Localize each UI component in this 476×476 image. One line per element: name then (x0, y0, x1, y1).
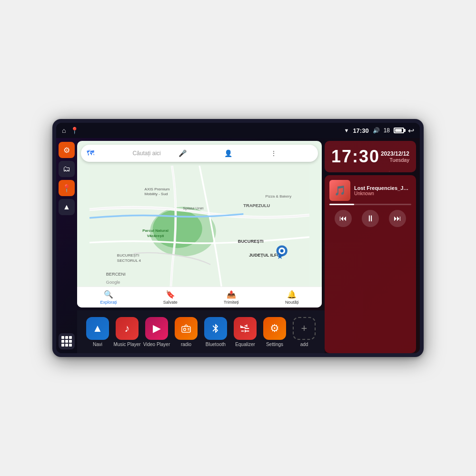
explore-label: Explorați (100, 300, 117, 305)
svg-text:BERCENI: BERCENI (106, 272, 126, 277)
music-thumb-img: 🎵 (334, 185, 346, 196)
music-player-icon: ♪ (116, 317, 139, 340)
app-equalizer[interactable]: Equalizer (231, 317, 259, 347)
sidebar: ⚙ 🗂 📍 ▲ (56, 138, 77, 353)
bluetooth-label: Bluetooth (206, 342, 226, 347)
music-progress-track[interactable] (329, 204, 411, 205)
svg-text:SECTORUL 4: SECTORUL 4 (117, 258, 141, 263)
map-bottom-bar: 🔍 Explorați 🔖 Salvate 📤 Trimiteți � (77, 287, 322, 307)
pause-button[interactable]: ⏸ (362, 210, 379, 227)
saved-icon: 🔖 (166, 290, 175, 299)
google-maps-icon: 🗺 (87, 149, 129, 158)
map-svg: TRAPEZULU Pizza & Bakery Parcul Natural … (77, 166, 322, 287)
sidebar-apps-btn[interactable] (59, 333, 75, 349)
settings-icon: ⚙ (263, 317, 286, 340)
app-dock: ▲ Navi ♪ Music Player ▶ Vid (77, 310, 325, 353)
account-icon[interactable]: 👤 (224, 149, 266, 157)
news-icon: 🔔 (287, 290, 297, 299)
send-icon: 📤 (227, 290, 236, 299)
video-player-label: Video Player (143, 342, 170, 347)
app-music-player[interactable]: ♪ Music Player (113, 317, 141, 347)
volume-icon: 🔊 (373, 127, 380, 134)
music-info: 🎵 Lost Frequencies_Janie... Unknown (329, 180, 411, 201)
map-container[interactable]: 🗺 Căutați aici 🎤 👤 ⋮ (77, 141, 322, 307)
more-icon[interactable]: ⋮ (270, 149, 312, 157)
app-settings[interactable]: ⚙ Settings (260, 317, 289, 347)
device-screen: ⌂ 📍 ▼ 17:30 🔊 18 ↩ ⚙ 🗂 (56, 123, 420, 353)
add-icon: + (293, 317, 316, 340)
app-radio[interactable]: radio (172, 317, 200, 347)
equalizer-icon (234, 317, 257, 340)
music-widget: 🎵 Lost Frequencies_Janie... Unknown ⏮ (325, 175, 416, 353)
device-shell: ⌂ 📍 ▼ 17:30 🔊 18 ↩ ⚙ 🗂 (52, 119, 424, 357)
nav-arrow-icon: ▲ (63, 203, 70, 211)
center-content: 🗺 Căutați aici 🎤 👤 ⋮ (77, 138, 325, 353)
signal-icon: ▼ (344, 128, 349, 133)
clock-widget: 17:30 2023/12/12 Tuesday (325, 141, 416, 172)
settings-label: Settings (266, 342, 283, 347)
send-label: Trimiteți (224, 300, 239, 305)
app-bluetooth[interactable]: Bluetooth (201, 317, 230, 347)
music-details: Lost Frequencies_Janie... Unknown (354, 185, 411, 196)
map-tab-news[interactable]: 🔔 Noutăți (285, 290, 299, 305)
music-artist: Unknown (354, 191, 411, 196)
svg-text:★: ★ (277, 252, 283, 260)
svg-text:Văcărești: Văcărești (147, 234, 164, 238)
svg-text:BUCUREȘTI: BUCUREȘTI (117, 253, 139, 258)
location-pin-icon[interactable]: 📍 (70, 127, 79, 134)
clock-date: 2023/12/12 Tuesday (381, 150, 409, 163)
explore-icon: 🔍 (104, 290, 113, 299)
sidebar-folder-btn[interactable]: 🗂 (59, 161, 75, 177)
bluetooth-icon (204, 317, 227, 340)
sidebar-settings-btn[interactable]: ⚙ (59, 142, 75, 158)
svg-text:Parcul Natural: Parcul Natural (142, 228, 169, 233)
app-video-player[interactable]: ▶ Video Player (142, 317, 171, 347)
battery-icon (394, 128, 404, 133)
clock-time: 17:30 (331, 147, 380, 167)
prev-button[interactable]: ⏮ (335, 210, 352, 227)
svg-text:AXIS Premium: AXIS Premium (145, 187, 170, 191)
music-title: Lost Frequencies_Janie... (354, 185, 411, 191)
pause-icon: ⏸ (366, 214, 375, 224)
add-label: add (300, 342, 308, 347)
map-search-placeholder[interactable]: Căutați aici (132, 150, 174, 157)
map-tab-explore[interactable]: 🔍 Explorați (100, 290, 117, 305)
next-icon: ⏭ (394, 214, 401, 223)
status-right: ▼ 17:30 🔊 18 ↩ (344, 126, 415, 135)
mic-icon[interactable]: 🎤 (178, 149, 220, 157)
next-button[interactable]: ⏭ (389, 210, 406, 227)
svg-text:BUCUREȘTI: BUCUREȘTI (238, 239, 264, 244)
app-navi[interactable]: ▲ Navi (83, 317, 112, 347)
clock-date-main: 2023/12/12 (381, 150, 409, 157)
status-time: 17:30 (353, 127, 368, 134)
music-player-label: Music Player (113, 342, 140, 347)
map-tab-saved[interactable]: 🔖 Salvate (163, 290, 178, 305)
radio-icon (175, 317, 198, 340)
gear-icon: ⚙ (63, 146, 70, 155)
radio-label: radio (181, 342, 191, 347)
status-bar: ⌂ 📍 ▼ 17:30 🔊 18 ↩ (56, 123, 420, 138)
saved-label: Salvate (163, 300, 178, 305)
map-tab-send[interactable]: 📤 Trimiteți (224, 290, 239, 305)
sidebar-nav-btn[interactable]: ▲ (59, 199, 75, 215)
navi-label: Navi (93, 342, 102, 347)
video-player-icon: ▶ (145, 317, 168, 340)
map-search-bar[interactable]: 🗺 Căutați aici 🎤 👤 ⋮ (81, 145, 318, 162)
news-label: Noutăți (285, 300, 299, 305)
map-content: TRAPEZULU Pizza & Bakery Parcul Natural … (77, 166, 322, 287)
map-pin-icon: 📍 (62, 184, 71, 193)
clock-day: Tuesday (381, 157, 409, 163)
app-add[interactable]: + add (290, 317, 318, 347)
music-thumbnail: 🎵 (329, 180, 350, 201)
back-icon[interactable]: ↩ (408, 126, 414, 135)
sidebar-map-btn[interactable]: 📍 (59, 180, 75, 196)
navi-icon: ▲ (86, 317, 109, 340)
music-progress-fill (329, 204, 354, 205)
home-icon[interactable]: ⌂ (62, 127, 66, 134)
status-left: ⌂ 📍 (62, 127, 79, 134)
svg-text:Google: Google (106, 280, 120, 285)
equalizer-label: Equalizer (235, 342, 255, 347)
svg-text:Mobility - Sud: Mobility - Sud (145, 192, 168, 196)
svg-point-23 (184, 328, 186, 330)
right-panel: 17:30 2023/12/12 Tuesday 🎵 Lost Frequenc… (325, 138, 420, 353)
